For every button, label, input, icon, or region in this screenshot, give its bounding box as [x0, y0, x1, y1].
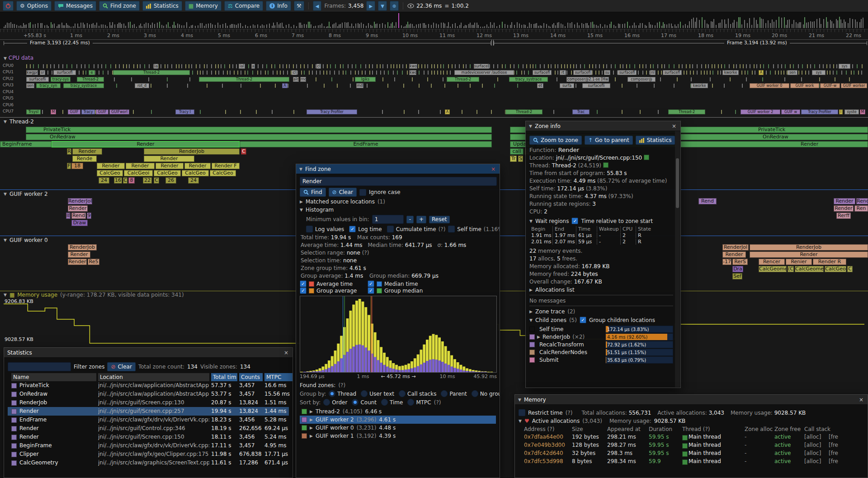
reset-button[interactable]: Reset: [429, 216, 450, 223]
timeline-zone[interactable]: 18: [71, 163, 83, 169]
messages-button[interactable]: Messages: [54, 1, 96, 11]
col-size[interactable]: Size: [572, 426, 583, 432]
cpu-zone[interactable]: rot_d: [135, 83, 149, 88]
help-icon[interactable]: (?): [362, 250, 369, 256]
timeline-zone[interactable]: RenderJol: [722, 244, 749, 251]
collapse-arrow-icon[interactable]: ▼: [4, 293, 7, 297]
cpu-zone[interactable]: syste: [844, 109, 859, 114]
table-row[interactable]: Clipper jni/../jni/src/claw/gfx/geo/Clip…: [8, 450, 289, 459]
timeline-zone[interactable]: Rend: [71, 213, 86, 219]
cpu-zone[interactable]: surfacefli: [26, 77, 49, 82]
cpu-zone[interactable]: GUIFworl: [109, 109, 129, 114]
cpu-zone[interactable]: surfacel: [474, 64, 489, 69]
timeline-zone[interactable]: CalcGeo: [97, 170, 123, 176]
cpu-zone[interactable]: ald: [293, 77, 299, 82]
collapse-arrow-icon[interactable]: ▼: [4, 238, 7, 242]
expand-arrow-icon[interactable]: ▶: [310, 409, 313, 414]
expand-arrow-icon[interactable]: ▶: [529, 309, 533, 314]
cpu-zone[interactable]: Thread-2: [113, 70, 190, 75]
cpu-zone[interactable]: Tracy: [81, 109, 95, 114]
collapse-arrow-icon[interactable]: ▼: [519, 419, 522, 423]
column-header-total-time[interactable]: Total tim: [211, 373, 237, 381]
expand-arrow-icon[interactable]: ▶: [310, 434, 313, 438]
timeline-zone[interactable]: I8: [66, 213, 71, 219]
table-row[interactable]: Render jni/../jni/src/guif/Control.cpp:3…: [8, 424, 289, 433]
radio-button[interactable]: [361, 390, 368, 397]
table-row[interactable]: EndFrame jni/../jni/src/claw/gfx/drv/vk/…: [8, 416, 289, 424]
prev-frame-button[interactable]: ◀: [313, 1, 322, 11]
cpu-zone[interactable]: surfacefl: [663, 70, 682, 75]
cpu-zone[interactable]: ia: [154, 64, 158, 69]
timeline-zone[interactable]: Render: [144, 156, 194, 162]
focus-frame-button[interactable]: ⊕: [390, 1, 399, 11]
timeline-zone[interactable]: CalcGeo: [154, 170, 181, 176]
zone-search-input[interactable]: [300, 177, 497, 186]
cpu-zone[interactable]: A: [759, 70, 764, 75]
expand-arrow-icon[interactable]: ▶: [537, 335, 540, 339]
statistics-button[interactable]: Statistics: [142, 1, 182, 11]
collapse-arrow-icon[interactable]: ▼: [4, 192, 7, 196]
table-row[interactable]: OnRedraw jni/../jni/src/claw/application…: [8, 390, 289, 398]
cpu-zone[interactable]: I: [839, 109, 843, 114]
scrollbar-thumb[interactable]: [676, 158, 679, 208]
cpu-zone[interactable]: Thread-2: [447, 77, 479, 82]
allocation-address[interactable]: 0x7e049b3d00: [524, 442, 565, 448]
timeline-zone[interactable]: BeginFrame: [0, 141, 52, 147]
cpu-zone[interactable]: tracy-sys: [51, 77, 71, 82]
cpu-zone[interactable]: GUIF worker 0: [750, 83, 789, 88]
col-wakeup[interactable]: Wakeup: [597, 226, 621, 232]
child-zone-row[interactable]: Self time 172.14 μs (3.83%): [529, 325, 673, 333]
wait-region-row[interactable]: 2.01 ms2.07 ms59 μs-2R: [529, 239, 673, 245]
radio-button[interactable]: [352, 399, 359, 406]
time-ruler[interactable]: +55.83 s 1 ms2 ms3 ms4 ms5 ms6 ms7 ms8 m…: [0, 29, 868, 40]
table-row[interactable]: Render jni/../jni/src/guif/Screen.cpp:25…: [8, 407, 289, 416]
zone-group-row[interactable]: ▶ Thread-2 (4,105) 6.46 s: [300, 407, 496, 416]
alloc-callstack-link[interactable]: [alloc]: [804, 450, 821, 456]
child-zone-row[interactable]: ▶ RenderJob (×2) 4.16 ms (92.60%): [529, 333, 673, 341]
timeline-zone[interactable]: Sef: [732, 273, 742, 279]
alloc-callstack-link[interactable]: [alloc]: [804, 434, 821, 440]
close-icon[interactable]: ×: [490, 166, 496, 172]
timeline-zone[interactable]: F: [67, 163, 71, 169]
col-cpu[interactable]: CPU: [621, 226, 636, 232]
expand-arrow-icon[interactable]: ▶: [310, 417, 313, 422]
timeline-zone[interactable]: CalcGeo: [210, 170, 236, 176]
timeline-zone[interactable]: Render: [156, 163, 184, 169]
col-address[interactable]: Address (?): [524, 426, 554, 432]
collapse-arrow-icon[interactable]: ▼: [4, 56, 7, 61]
timeline-zone[interactable]: Render: [722, 251, 746, 258]
timeline-zone[interactable]: PrivateTick: [26, 127, 492, 133]
cpu-zone[interactable]: kwgpr: [26, 70, 38, 75]
matched-locations-section[interactable]: ▶ Matched source locations (1): [300, 199, 496, 205]
timeline-zone[interactable]: CalcGeomet: [795, 266, 824, 272]
allocation-address[interactable]: 0x7dfc53d998: [524, 458, 563, 464]
timeline-zone[interactable]: Render: [750, 251, 868, 258]
close-icon[interactable]: ×: [671, 123, 677, 129]
table-row[interactable]: PrivateTick jni/../jni/src/claw/applicat…: [8, 381, 289, 390]
cpu-zone[interactable]: A: [445, 109, 450, 114]
timeline-zone[interactable]: 26: [165, 177, 176, 184]
timeline-zone[interactable]: C: [847, 266, 853, 272]
radio-button[interactable]: [329, 390, 335, 397]
zone-trace-section[interactable]: ▶ Zone trace (2): [529, 306, 673, 315]
zone-info-window-titlebar[interactable]: ▼ Zone info ×: [526, 121, 680, 131]
allocations-list-section[interactable]: ▶ Allocations list: [529, 287, 673, 293]
zone-time-histogram[interactable]: [300, 296, 497, 373]
legend-checkbox[interactable]: ✓: [368, 280, 374, 287]
cpu-zone[interactable]: surfa: [560, 83, 574, 88]
timeline-zone[interactable]: 9: [87, 213, 91, 219]
col-duration[interactable]: Duration: [649, 426, 672, 432]
tools-button[interactable]: ⚒: [294, 1, 304, 11]
cpu-zone[interactable]: sr: [40, 70, 45, 75]
allocation-row[interactable]: 0x7dfc42d640 32 bytes 298.3 ms 59.95 s M…: [519, 450, 864, 458]
timeline-zone[interactable]: 8: [128, 177, 135, 184]
legend-checkbox[interactable]: ✓: [368, 287, 374, 294]
timeline-zone[interactable]: Render F: [212, 163, 240, 169]
timeline-zone[interactable]: C: [123, 177, 127, 184]
location-value[interactable]: jni/../jni/src/guif/Screen.cpp:150: [556, 155, 642, 161]
compare-button[interactable]: ⚖ Compare: [224, 1, 263, 11]
cpu-zone[interactable]: A: [282, 83, 288, 88]
timeline-zone[interactable]: Render: [68, 205, 88, 212]
child-zone-row[interactable]: CalcRenderNodes 51.51 μs (1.15%): [529, 348, 673, 356]
timeline-zone[interactable]: S: [518, 156, 523, 162]
